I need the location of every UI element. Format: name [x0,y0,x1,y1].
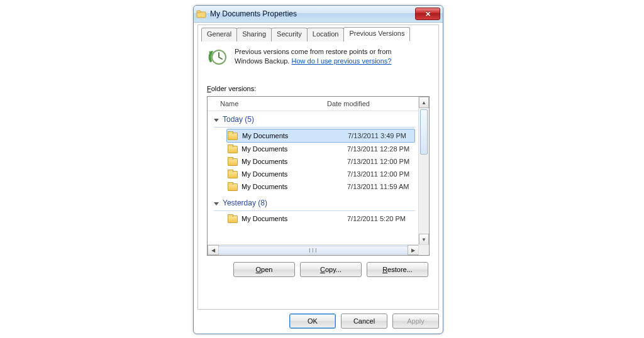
version-date: 7/12/2011 5:20 PM [347,215,406,222]
horizontal-scrollbar[interactable]: ◀ ׀׀׀ ▶ [208,244,419,255]
tab-location[interactable]: Location [307,28,345,41]
titlebar[interactable]: My Documents Properties ✕ [194,6,443,23]
tab-previous-versions[interactable]: Previous Versions [343,27,410,41]
version-row[interactable]: My Documents7/13/2011 12:28 PM [214,143,419,155]
dialog-body: GeneralSharingSecurityLocationPrevious V… [197,25,439,310]
version-date: 7/13/2011 12:28 PM [347,145,409,153]
tab-general[interactable]: General [201,28,237,41]
version-row[interactable]: My Documents7/13/2011 12:00 PM [214,168,419,180]
ok-button[interactable]: OK [289,313,336,329]
version-name: My Documents [242,215,347,222]
window-title: My Documents Properties [210,9,415,18]
properties-dialog: My Documents Properties ✕ GeneralSharing… [193,5,443,334]
folder-icon [228,170,238,178]
version-date: 7/13/2011 12:00 PM [347,170,409,178]
version-name: My Documents [242,158,347,165]
chevron-down-icon [214,202,219,205]
scroll-left-button[interactable]: ◀ [208,245,219,255]
group-label: Today (5) [223,115,254,124]
version-date: 7/13/2011 12:00 PM [347,158,409,165]
svg-rect-1 [197,11,201,13]
version-name: My Documents [242,132,348,139]
versions-list[interactable]: Name Date modified Today (5)My Documents… [207,96,430,256]
tab-strip: GeneralSharingSecurityLocationPrevious V… [201,25,409,38]
scroll-right-button[interactable]: ▶ [408,245,419,255]
folder-versions-label: Folder versions: [207,85,430,92]
version-date: 7/13/2011 3:49 PM [348,132,406,139]
column-headers[interactable]: Name Date modified [208,97,429,111]
scroll-up-button[interactable]: ▲ [419,97,429,108]
scroll-down-button[interactable]: ▼ [419,234,429,245]
horizontal-scroll-thumb[interactable]: ׀׀׀ [218,246,408,254]
folder-icon [196,9,206,19]
folder-icon [228,144,238,153]
group-header[interactable]: Today (5) [214,113,419,126]
restore-button[interactable]: Restore... [367,262,428,277]
close-icon: ✕ [425,10,431,18]
tab-security[interactable]: Security [271,28,308,41]
vertical-scrollbar[interactable]: ▲ ▼ [418,97,429,245]
version-name: My Documents [242,183,347,190]
scrollbar-corner [418,244,429,255]
version-name: My Documents [242,170,347,178]
apply-button[interactable]: Apply [392,313,439,329]
version-name: My Documents [242,145,347,153]
group-label: Yesterday (8) [223,199,267,207]
group-header[interactable]: Yesterday (8) [214,197,419,209]
close-button[interactable]: ✕ [415,8,440,20]
copy-button[interactable]: Copy... [300,262,362,277]
restore-clock-icon [207,47,228,68]
cancel-button[interactable]: Cancel [341,313,387,329]
chevron-down-icon [214,119,219,122]
version-row[interactable]: My Documents7/13/2011 3:49 PM [226,129,415,143]
column-name[interactable]: Name [220,100,327,107]
open-button[interactable]: Open [233,262,295,277]
column-date[interactable]: Date modified [327,100,370,107]
vertical-scroll-thumb[interactable] [420,109,428,155]
help-link[interactable]: How do I use previous versions? [291,57,391,65]
version-row[interactable]: My Documents7/12/2011 5:20 PM [214,212,419,225]
folder-icon [228,182,238,191]
folder-icon [228,157,238,166]
folder-icon [228,131,238,140]
version-date: 7/13/2011 11:59 AM [347,183,409,190]
version-row[interactable]: My Documents7/13/2011 11:59 AM [214,180,419,193]
version-row[interactable]: My Documents7/13/2011 12:00 PM [214,155,419,168]
description-text: Previous versions come from restore poin… [235,47,391,68]
folder-icon [228,214,238,223]
tab-sharing[interactable]: Sharing [236,28,272,41]
